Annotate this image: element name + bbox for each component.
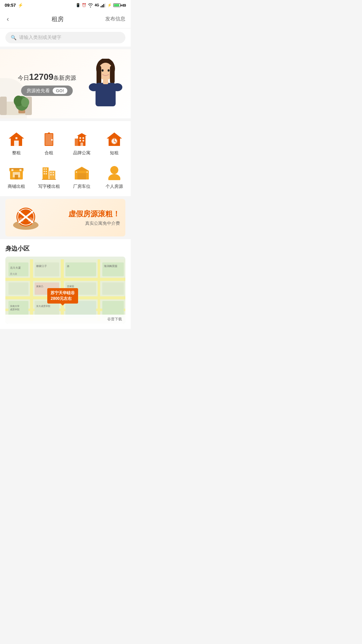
vibrate-icon: 📳 (76, 3, 80, 7)
charge-icon: ⚡ (107, 3, 112, 7)
category-label-zhengzu: 整租 (12, 150, 21, 156)
svg-rect-2 (103, 4, 104, 7)
svg-rect-31 (79, 137, 81, 139)
svg-rect-55 (49, 171, 55, 179)
svg-rect-54 (46, 173, 47, 174)
svg-rect-45 (15, 175, 18, 179)
svg-rect-5 (0, 97, 7, 115)
ad-subtitle: 真实公寓免中介费 (41, 220, 120, 226)
svg-point-15 (102, 69, 104, 72)
svg-rect-56 (50, 172, 52, 173)
svg-rect-18 (103, 79, 108, 84)
svg-text:路: 路 (67, 265, 69, 268)
category-item-xiezilou[interactable]: 写字楼出租 (33, 160, 66, 194)
svg-rect-35 (80, 143, 83, 146)
category-icon-duanzu (105, 130, 123, 147)
map-bottom-bar: 谷普下载 (5, 315, 125, 324)
banner-count: 12709 (29, 72, 53, 82)
svg-rect-3 (105, 3, 106, 7)
map-container[interactable]: 北斗大厦 星火路 柳家口子 路 海润枫景园 黄家凸 首家园 东南大学 成贤学院 … (5, 257, 125, 324)
svg-rect-27 (48, 132, 50, 134)
category-label-pinpai: 品牌公寓 (73, 150, 90, 156)
usb-icon: ⚡ (18, 3, 23, 8)
battery-icon (113, 3, 121, 7)
category-item-changfang[interactable]: 厂房车位 (65, 160, 98, 194)
svg-text:北斗大厦: 北斗大厦 (10, 266, 21, 269)
category-section: 整租 合租 (0, 121, 131, 196)
time-display: 09:57 (5, 3, 16, 8)
search-icon: 🔍 (11, 35, 16, 40)
map-location-popup: 苏宁天华硅谷 2800元左右 (47, 288, 78, 304)
category-label-duanzu: 短租 (110, 150, 119, 156)
back-button[interactable]: ‹ (5, 14, 10, 24)
svg-text:成贤学院: 成贤学院 (10, 308, 19, 311)
svg-rect-23 (15, 137, 17, 139)
nearby-section: 身边小区 (0, 239, 131, 329)
category-icon-hezu (40, 130, 58, 147)
svg-rect-58 (50, 174, 52, 175)
status-right: 📳 ⏰ 4G ⚡ 49 (76, 3, 126, 7)
svg-rect-1 (102, 5, 103, 7)
svg-rect-91 (8, 282, 28, 295)
map-popup-line2: 2800元左右 (51, 296, 75, 302)
svg-marker-30 (77, 133, 87, 136)
ad-title: 虚假房源滚粗！ (41, 209, 120, 219)
svg-point-73 (111, 167, 117, 173)
search-placeholder: 请输入类别或关键字 (19, 35, 61, 41)
svg-rect-22 (14, 141, 19, 146)
svg-rect-82 (5, 278, 125, 281)
banner-go-label: GO! (53, 88, 68, 94)
search-input-wrap[interactable]: 🔍 请输入类别或关键字 (5, 32, 125, 43)
map-attribution: 谷普下载 (107, 317, 122, 321)
svg-marker-63 (75, 167, 89, 171)
category-item-shangpu[interactable]: 商铺出租 (0, 160, 33, 194)
battery-percent: 49 (122, 3, 126, 7)
svg-rect-70 (86, 171, 88, 173)
banner-suffix: 条新房源 (53, 75, 76, 81)
svg-rect-34 (82, 140, 84, 142)
svg-rect-90 (65, 262, 96, 276)
svg-point-26 (51, 139, 53, 141)
category-label-xiezilou: 写字楼出租 (38, 183, 60, 190)
ad-icon (11, 204, 41, 231)
search-bar: 🔍 请输入类别或关键字 (0, 29, 131, 47)
category-label-shangpu: 商铺出租 (8, 183, 25, 190)
svg-point-20 (112, 83, 122, 91)
page-title: 租房 (52, 15, 64, 23)
category-item-duanzu[interactable]: 短租 (98, 126, 131, 160)
category-label-changfang: 厂房车位 (73, 183, 90, 190)
banner-person-illustration (87, 59, 124, 109)
svg-text:柳家口子: 柳家口子 (36, 265, 47, 268)
category-grid: 整租 合租 (0, 126, 131, 194)
svg-rect-33 (79, 140, 81, 142)
svg-rect-85 (30, 259, 33, 321)
svg-rect-50 (46, 168, 47, 170)
publish-button[interactable]: 发布信息 (105, 16, 125, 22)
svg-text:东南大学: 东南大学 (10, 305, 19, 308)
svg-rect-32 (82, 137, 84, 139)
category-icon-pinpai (73, 130, 91, 147)
map-placeholder: 北斗大厦 星火路 柳家口子 路 海润枫景园 黄家凸 首家园 东南大学 成贤学院 … (5, 257, 125, 324)
banner-cta-button[interactable]: 房源抢先看 GO! (21, 86, 73, 96)
svg-point-16 (108, 69, 110, 72)
category-icon-zhengzu (7, 130, 25, 147)
category-item-hezu[interactable]: 合租 (33, 126, 66, 160)
svg-rect-52 (46, 171, 47, 172)
ad-banner[interactable]: 虚假房源滚粗！ 真实公寓免中介费 (5, 199, 125, 236)
status-left: 09:57 ⚡ (5, 3, 23, 8)
category-icon-changfang (73, 164, 91, 181)
svg-point-10 (21, 98, 29, 107)
map-popup-line1: 苏宁天华硅谷 (51, 290, 75, 296)
svg-rect-47 (19, 169, 21, 171)
svg-rect-57 (53, 172, 54, 173)
svg-rect-98 (102, 282, 124, 295)
svg-text:海润枫景园: 海润枫景园 (104, 265, 117, 268)
category-item-geren[interactable]: 个人房源 (98, 160, 131, 194)
svg-rect-14 (110, 65, 115, 84)
status-bar: 09:57 ⚡ 📳 ⏰ 4G ⚡ 49 (0, 0, 131, 10)
category-item-pinpai[interactable]: 品牌公寓 (65, 126, 98, 160)
signal-4g-icon: 4G (95, 3, 99, 7)
category-label-hezu: 合租 (45, 150, 53, 156)
svg-rect-49 (44, 168, 45, 170)
category-item-zhengzu[interactable]: 整租 (0, 126, 33, 160)
